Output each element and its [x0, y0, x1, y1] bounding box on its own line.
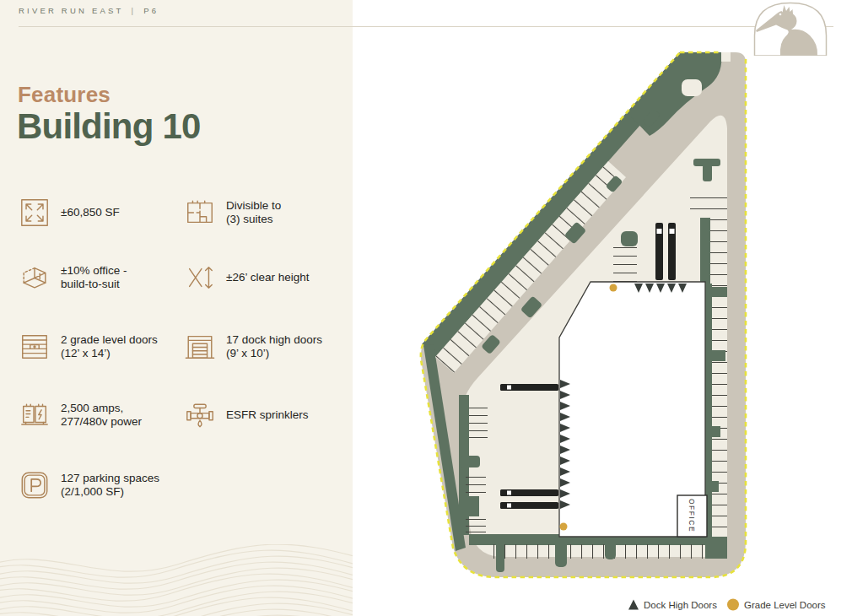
expand-icon	[19, 197, 51, 229]
feature-item: 2,500 amps, 277/480v power	[19, 397, 142, 433]
feature-line: 2 grade level doors	[61, 333, 158, 348]
tree-tab	[705, 481, 719, 492]
heron-logo	[752, 0, 829, 56]
tree-top-stem	[703, 165, 712, 181]
tree-bump	[555, 534, 567, 567]
feature-item: 2 grade level doors (12’ x 14’)	[19, 329, 158, 365]
breadcrumb: RIVER RUN EAST|P6	[19, 6, 159, 15]
grade-door-icon	[19, 331, 51, 363]
landscape-square	[462, 496, 479, 516]
feature-line: ±26’ clear height	[226, 271, 309, 285]
feature-line: ±60,850 SF	[61, 206, 120, 220]
feature-text: 17 dock high doors (9’ x 10’)	[226, 333, 322, 361]
section-eyebrow: Features	[18, 82, 111, 108]
feature-text: ±10% office - build-to-suit	[61, 264, 127, 292]
feature-text: ±60,850 SF	[61, 206, 120, 220]
page-title: Building 10	[17, 106, 201, 147]
feature-line: (2/1,000 SF)	[61, 485, 159, 500]
feature-text: 2 grade level doors (12’ x 14’)	[61, 333, 158, 361]
parking-stalls-south	[489, 544, 705, 559]
parking-stalls-east-lower	[712, 284, 727, 537]
grade-level-door-dot	[560, 523, 568, 531]
feature-line: 17 dock high doors	[226, 333, 322, 348]
grade-level-door-dot	[610, 284, 617, 292]
floorplan-icon	[184, 197, 216, 229]
legend-grade-label: Grade Level Doors	[744, 600, 826, 610]
feature-line: (9’ x 10’)	[226, 347, 322, 361]
entry-sidewalk	[721, 52, 731, 62]
site-plan: OFFICE Dock High Doors Grade Level Doors	[363, 34, 852, 616]
tree-bump	[621, 231, 638, 246]
legend-dock-triangle-icon	[628, 600, 639, 610]
heron-icon	[752, 0, 829, 56]
landscape-tab	[460, 456, 480, 467]
feature-item: ESFR sprinklers	[184, 397, 309, 433]
feature-item: Divisible to (3) suites	[184, 195, 281, 230]
parking-stalls-east-top	[690, 187, 727, 219]
feature-line: Divisible to	[226, 199, 281, 213]
feature-text: Divisible to (3) suites	[226, 199, 281, 227]
parking-icon	[19, 469, 51, 501]
features-panel: RIVER RUN EAST|P6 Features Building 10 ±…	[0, 0, 353, 616]
breadcrumb-separator: |	[132, 6, 137, 15]
power-icon	[19, 399, 51, 431]
feature-line: (12’ x 14’)	[61, 347, 158, 361]
feature-line: 2,500 amps,	[61, 402, 142, 416]
feature-item: ±60,850 SF	[19, 195, 120, 230]
page-number: P6	[143, 6, 159, 15]
feature-line: 277/480v power	[61, 415, 142, 430]
legend-dock-label: Dock High Doors	[644, 600, 717, 610]
header-divider	[19, 26, 833, 27]
landscape-corner-se	[705, 537, 727, 559]
sprinkler-icon	[184, 399, 216, 431]
feature-text: ESFR sprinklers	[226, 408, 309, 423]
feature-text: 2,500 amps, 277/480v power	[61, 402, 142, 430]
contour-wave-pattern	[0, 544, 353, 616]
feature-line: ESFR sprinklers	[226, 408, 309, 423]
office-build-icon	[19, 262, 51, 294]
feature-item: 127 parking spaces (2/1,000 SF)	[19, 467, 159, 503]
tree-tab	[705, 426, 720, 437]
feature-line: build-to-suit	[61, 278, 127, 292]
dock-door-icon	[184, 331, 216, 363]
feature-line: 127 parking spaces	[61, 472, 159, 486]
entry-island	[682, 79, 702, 96]
feature-item: 17 dock high doors (9’ x 10’)	[184, 329, 322, 365]
feature-item: ±26’ clear height	[184, 260, 309, 295]
clear-height-icon	[184, 262, 216, 294]
landscape-strip-east-upper	[700, 218, 710, 284]
project-name: RIVER RUN EAST	[19, 6, 124, 15]
page: RIVER RUN EAST|P6 Features Building 10 ±…	[0, 0, 852, 616]
tree-tab	[705, 350, 725, 361]
legend-grade-circle-icon	[727, 599, 739, 611]
plan-legend: Dock High Doors Grade Level Doors	[628, 599, 826, 611]
feature-text: ±26’ clear height	[226, 271, 309, 285]
feature-text: 127 parking spaces (2/1,000 SF)	[61, 472, 159, 500]
feature-item: ±10% office - build-to-suit	[19, 260, 127, 295]
feature-line: ±10% office -	[61, 264, 127, 278]
tree-bump	[496, 534, 504, 572]
office-label: OFFICE	[688, 499, 696, 532]
feature-line: (3) suites	[226, 213, 281, 227]
tree-bump	[605, 534, 616, 559]
parking-stalls-east	[710, 219, 727, 284]
